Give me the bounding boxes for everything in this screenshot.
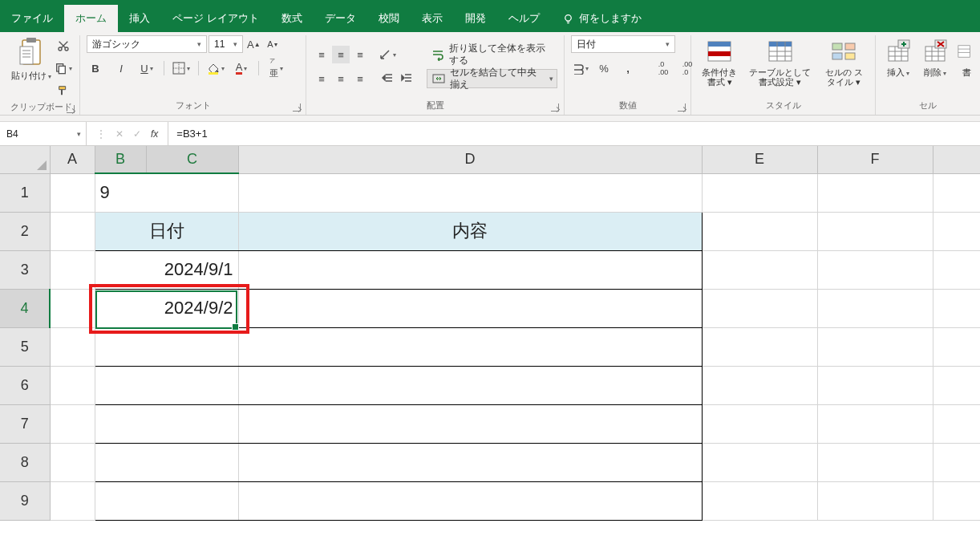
cell-A9[interactable] xyxy=(50,481,95,520)
cell-B3-merged[interactable]: 2024/9/1 xyxy=(95,250,238,289)
cell-G1[interactable] xyxy=(933,173,980,212)
cell-E4[interactable] xyxy=(702,289,817,327)
row-header-6[interactable]: 6 xyxy=(0,366,50,404)
cell-D1[interactable] xyxy=(238,173,702,212)
col-header-C[interactable]: C xyxy=(146,146,238,173)
cell-G6[interactable] xyxy=(933,366,980,404)
cell-styles-button[interactable]: セルの スタイル ▾ xyxy=(820,35,869,88)
conditional-formatting-button[interactable]: 条件付き 書式 ▾ xyxy=(698,35,741,88)
select-all-triangle[interactable] xyxy=(0,146,50,173)
cell-F9[interactable] xyxy=(817,481,933,520)
cell-G9[interactable] xyxy=(933,481,980,520)
tab-data[interactable]: データ xyxy=(314,5,367,32)
cell-F7[interactable] xyxy=(817,404,933,443)
row-header-8[interactable]: 8 xyxy=(0,443,50,481)
tab-formulas[interactable]: 数式 xyxy=(270,5,314,32)
cell-B7-merged[interactable] xyxy=(95,404,238,443)
percent-format[interactable]: % xyxy=(595,59,613,77)
font-name-combo[interactable]: 游ゴシック xyxy=(87,35,207,53)
col-header-F[interactable]: F xyxy=(817,146,933,173)
cell-F3[interactable] xyxy=(817,250,933,289)
cell-B4-merged[interactable]: 2024/9/2 xyxy=(95,289,238,327)
merge-center-button[interactable]: セルを結合して中央揃え xyxy=(427,69,557,88)
tab-home[interactable]: ホーム xyxy=(64,5,118,32)
cell-E6[interactable] xyxy=(702,366,817,404)
fx-dots[interactable]: ⋮ xyxy=(96,128,106,140)
font-color-button[interactable]: A xyxy=(233,59,250,77)
enter-formula[interactable]: ✓ xyxy=(133,128,141,140)
cut-button[interactable] xyxy=(55,37,72,55)
align-left[interactable]: ≡ xyxy=(313,70,330,87)
underline-button[interactable]: U xyxy=(138,59,156,77)
cell-F5[interactable] xyxy=(817,327,933,366)
tab-review[interactable]: 校閲 xyxy=(367,5,411,32)
cell-D7[interactable] xyxy=(238,404,702,443)
align-top[interactable]: ≡ xyxy=(313,46,330,63)
orientation-button[interactable] xyxy=(379,46,396,63)
tell-me-search[interactable]: 何をしますか xyxy=(551,5,653,32)
font-dialog-launcher[interactable] xyxy=(293,103,301,112)
wrap-text-button[interactable]: 折り返して全体を表示する xyxy=(427,45,557,64)
format-as-table-button[interactable]: テーブルとして 書式設定 ▾ xyxy=(744,35,816,88)
row-header-5[interactable]: 5 xyxy=(0,327,50,366)
bold-button[interactable]: B xyxy=(87,59,104,77)
insert-cells-button[interactable]: 挿入 xyxy=(882,35,914,79)
tab-file[interactable]: ファイル xyxy=(0,5,64,32)
cell-F2[interactable] xyxy=(817,212,933,250)
cell-D5[interactable] xyxy=(238,327,702,366)
cell-A6[interactable] xyxy=(50,366,95,404)
align-right[interactable]: ≡ xyxy=(351,70,369,87)
row-header-1[interactable]: 1 xyxy=(0,173,50,212)
cell-A3[interactable] xyxy=(50,250,95,289)
insert-function[interactable]: fx xyxy=(151,128,158,140)
row-header-2[interactable]: 2 xyxy=(0,212,50,250)
cell-A1[interactable] xyxy=(50,173,95,212)
cell-D4[interactable] xyxy=(238,289,702,327)
cell-G3[interactable] xyxy=(933,250,980,289)
cell-G2[interactable] xyxy=(933,212,980,250)
cell-E1[interactable] xyxy=(702,173,817,212)
cell-F1[interactable] xyxy=(817,173,933,212)
col-header-A[interactable]: A xyxy=(50,146,95,173)
number-format-combo[interactable]: 日付 xyxy=(571,35,675,53)
format-cells-button[interactable]: 書 xyxy=(956,35,977,79)
cancel-formula[interactable]: ✕ xyxy=(115,128,124,140)
cell-E7[interactable] xyxy=(702,404,817,443)
comma-format[interactable]: , xyxy=(619,59,637,77)
col-header-B[interactable]: B xyxy=(95,146,146,173)
cell-A2[interactable] xyxy=(50,212,95,250)
cell-E8[interactable] xyxy=(702,443,817,481)
row-header-4[interactable]: 4 xyxy=(0,289,50,327)
col-header-D[interactable]: D xyxy=(238,146,702,173)
row-header-9[interactable]: 9 xyxy=(0,481,50,520)
decrease-font-size[interactable]: A▼ xyxy=(264,35,281,53)
borders-button[interactable] xyxy=(172,59,190,77)
cell-E2[interactable] xyxy=(702,212,817,250)
cell-G7[interactable] xyxy=(933,404,980,443)
tab-developer[interactable]: 開発 xyxy=(454,5,497,32)
number-dialog-launcher[interactable] xyxy=(678,103,686,112)
cell-E3[interactable] xyxy=(702,250,817,289)
accounting-format[interactable] xyxy=(571,59,589,77)
clipboard-dialog-launcher[interactable] xyxy=(67,105,75,113)
tab-page-layout[interactable]: ページ レイアウト xyxy=(161,5,270,32)
cell-A7[interactable] xyxy=(50,404,95,443)
copy-button[interactable] xyxy=(55,59,72,77)
delete-cells-button[interactable]: 削除 xyxy=(919,35,951,79)
paste-button[interactable]: 貼り付け xyxy=(10,35,53,83)
row-header-3[interactable]: 3 xyxy=(0,250,50,289)
phonetic-button[interactable]: ア亜 xyxy=(267,59,285,77)
cell-A8[interactable] xyxy=(50,443,95,481)
font-size-combo[interactable]: 11 xyxy=(209,35,243,53)
name-box[interactable]: B4 xyxy=(0,122,87,145)
align-center[interactable]: ≡ xyxy=(332,70,350,87)
cell-B2-merged[interactable]: 日付 xyxy=(95,212,238,250)
row-header-7[interactable]: 7 xyxy=(0,404,50,443)
cell-F4[interactable] xyxy=(817,289,933,327)
col-header-blank[interactable] xyxy=(933,146,980,173)
cell-B1[interactable]: 9 xyxy=(95,173,238,212)
cell-F8[interactable] xyxy=(817,443,933,481)
formula-bar[interactable]: =B3+1 xyxy=(168,122,980,145)
cell-B5-merged[interactable] xyxy=(95,327,238,366)
align-bottom[interactable]: ≡ xyxy=(351,46,369,63)
